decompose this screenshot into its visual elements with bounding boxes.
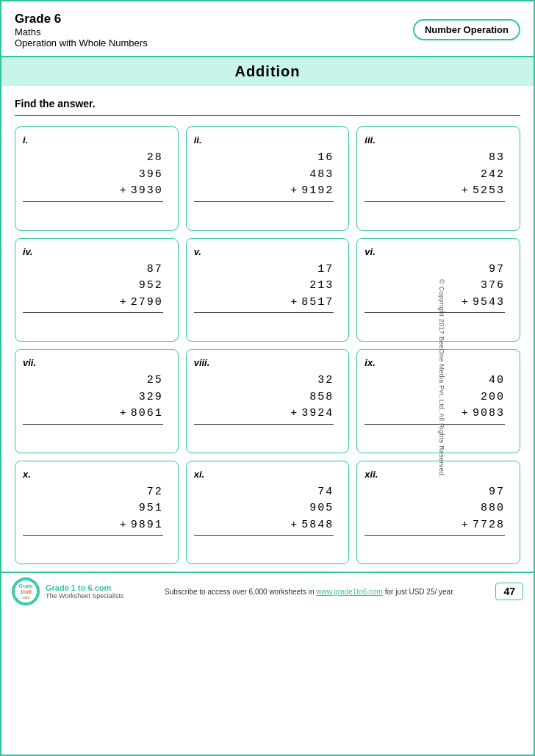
num-val-3: 9192 xyxy=(301,183,334,200)
problem-label: viii. xyxy=(194,357,342,368)
problem-numbers: 25 329 + 8061 xyxy=(23,372,170,442)
problem-box-3: iii. 83 242 + 5253 xyxy=(356,126,520,231)
answer-area xyxy=(23,426,163,442)
num-row-3: + 9192 xyxy=(194,183,334,202)
plus-icon: + xyxy=(290,295,298,312)
num-row-2: 200 xyxy=(365,389,505,406)
plus-icon: + xyxy=(120,517,128,534)
plus-icon: + xyxy=(120,295,128,312)
problem-numbers: 87 952 + 2790 xyxy=(23,262,170,331)
answer-area xyxy=(23,537,163,553)
num-row-3: + 8061 xyxy=(23,406,163,425)
num-row-3: + 5848 xyxy=(194,517,334,536)
problem-label: iv. xyxy=(23,246,170,257)
num-val-3: 8061 xyxy=(131,406,163,422)
problem-label: xi. xyxy=(194,469,342,480)
footer-middle-text: Subscribe to access over 6,000 worksheet… xyxy=(165,588,316,596)
num-row-1: 16 xyxy=(194,150,334,167)
problem-numbers: 16 483 + 9192 xyxy=(194,150,342,220)
num-row-3: + 3930 xyxy=(23,183,163,202)
num-row-1: 87 xyxy=(23,262,163,278)
badge: Number Operation xyxy=(413,19,520,40)
plus-icon: + xyxy=(462,295,470,312)
instruction: Find the answer. xyxy=(1,93,534,112)
problem-box-7: vii. 25 329 + 8061 xyxy=(15,349,179,453)
header-right: Number Operation xyxy=(413,12,520,40)
num-row-1: 32 xyxy=(194,372,334,389)
plus-icon: + xyxy=(290,183,298,200)
num-row-3: + 9543 xyxy=(365,295,505,314)
problem-box-8: viii. 32 858 + 3924 xyxy=(186,349,350,453)
svg-text:.com: .com xyxy=(22,596,29,600)
footer-middle: Subscribe to access over 6,000 worksheet… xyxy=(123,588,495,596)
num-row-2: 242 xyxy=(365,167,505,184)
num-val-3: 5848 xyxy=(301,517,334,534)
problem-label: x. xyxy=(23,469,170,480)
num-row-1: 97 xyxy=(365,484,505,501)
num-val-3: 9891 xyxy=(131,517,163,534)
footer-link: www.grade1to6.com xyxy=(316,588,383,596)
header-left: Grade 6 Maths Operation with Whole Numbe… xyxy=(15,12,148,48)
problem-numbers: 83 242 + 5253 xyxy=(365,150,512,220)
num-val-3: 3930 xyxy=(131,183,163,200)
problem-box-1: i. 28 396 + 3930 xyxy=(15,126,179,231)
problem-numbers: 32 858 + 3924 xyxy=(194,372,342,442)
num-row-1: 97 xyxy=(365,262,505,278)
problem-box-4: iv. 87 952 + 2790 xyxy=(15,238,179,342)
num-row-1: 74 xyxy=(194,484,334,501)
problem-numbers: 72 951 + 9891 xyxy=(23,484,170,554)
answer-area xyxy=(194,204,334,220)
footer-logo: Grade 1to6 .com xyxy=(12,577,40,605)
section-title: Addition xyxy=(1,57,534,86)
num-row-3: + 7728 xyxy=(365,517,505,536)
problem-numbers: 17 213 + 8517 xyxy=(194,262,342,331)
answer-area xyxy=(194,537,334,553)
num-row-2: 483 xyxy=(194,167,334,184)
problem-label: ii. xyxy=(194,134,342,145)
divider xyxy=(15,115,520,116)
problem-label: i. xyxy=(23,134,170,145)
num-val-3: 5253 xyxy=(473,183,505,200)
plus-icon: + xyxy=(120,183,128,200)
num-row-2: 951 xyxy=(23,500,163,517)
problem-numbers: 74 905 + 5848 xyxy=(194,484,342,554)
answer-area xyxy=(194,426,334,442)
subject-label: Maths xyxy=(15,26,148,37)
header: Grade 6 Maths Operation with Whole Numbe… xyxy=(1,1,534,57)
plus-icon: + xyxy=(462,517,470,534)
footer-left: Grade 1to6 .com Grade 1 to 6.com The Wor… xyxy=(12,577,123,605)
problem-label: v. xyxy=(194,246,342,257)
page: Grade 6 Maths Operation with Whole Numbe… xyxy=(0,0,535,756)
problem-box-11: xi. 74 905 + 5848 xyxy=(186,461,350,565)
num-row-3: + 9891 xyxy=(23,517,163,536)
plus-icon: + xyxy=(462,183,470,200)
num-val-3: 8517 xyxy=(301,295,334,312)
num-row-2: 858 xyxy=(194,389,334,406)
num-row-3: + 9083 xyxy=(365,406,505,425)
num-row-2: 905 xyxy=(194,500,334,517)
grade-label: Grade 6 xyxy=(15,12,148,26)
num-row-1: 72 xyxy=(23,484,163,501)
num-val-3: 7728 xyxy=(473,517,505,534)
num-row-2: 952 xyxy=(23,278,163,295)
num-row-1: 17 xyxy=(194,262,334,278)
answer-area xyxy=(365,426,505,442)
num-row-3: + 3924 xyxy=(194,406,334,425)
problem-label: vi. xyxy=(365,246,512,257)
footer-page: 47 xyxy=(495,583,523,600)
copyright: © Copyright 2017 BeeOne Media Pvt. Ltd. … xyxy=(438,279,445,478)
num-row-1: 40 xyxy=(365,372,505,389)
num-val-3: 2790 xyxy=(131,295,163,312)
problem-label: vii. xyxy=(23,357,170,368)
num-row-2: 880 xyxy=(365,500,505,517)
num-row-2: 213 xyxy=(194,278,334,295)
num-row-1: 83 xyxy=(365,150,505,167)
footer: Grade 1to6 .com Grade 1 to 6.com The Wor… xyxy=(1,572,534,610)
problem-box-5: v. 17 213 + 8517 xyxy=(186,238,350,342)
problem-box-2: ii. 16 483 + 9192 xyxy=(186,126,350,231)
answer-area xyxy=(365,204,505,220)
num-row-1: 28 xyxy=(23,150,163,167)
plus-icon: + xyxy=(120,406,128,422)
num-row-3: + 8517 xyxy=(194,295,334,314)
num-val-3: 9543 xyxy=(473,295,505,312)
